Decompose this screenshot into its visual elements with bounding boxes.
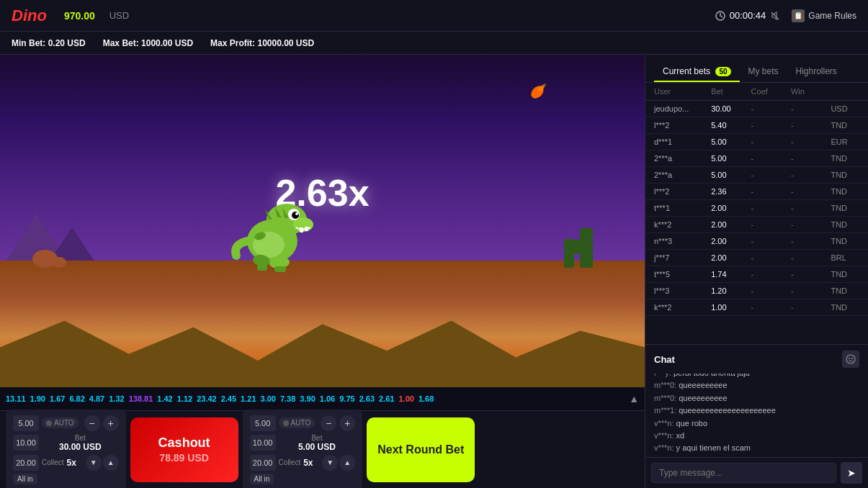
history-item[interactable]: 138.81 — [129, 394, 153, 403]
collect-down-right[interactable]: ▼ — [322, 455, 338, 471]
history-item[interactable]: 1.42 — [157, 394, 172, 403]
tab-my-bets[interactable]: My bets — [740, 62, 787, 82]
table-row: l***2 2.36 - - TND — [645, 184, 868, 200]
bet-coef: - — [751, 171, 791, 179]
bet-amount-10-right[interactable]: 10.00 — [250, 435, 276, 451]
bet-currency: EUR — [831, 137, 859, 146]
cashout-button[interactable]: Cashout 78.89 USD — [130, 417, 238, 482]
history-item[interactable]: 2.63 — [359, 394, 375, 403]
balance-display: 970.00 — [64, 10, 95, 22]
bet-amount-5-left[interactable]: 5.00 — [13, 415, 39, 431]
col-coef: Coef — [751, 87, 791, 96]
table-row: 2***a 5.00 - - TND — [645, 167, 868, 184]
col-bet: Bet — [711, 87, 751, 96]
bet-amount-5-right[interactable]: 5.00 — [250, 415, 276, 431]
min-bet-label: Min Bet: — [12, 38, 45, 48]
game-canvas: 2.63x — [0, 55, 645, 387]
next-round-bet-button[interactable]: Next Round Bet — [367, 417, 475, 482]
bet-currency: TND — [831, 220, 859, 229]
history-item[interactable]: 1.32 — [109, 394, 124, 403]
chat-user: v***n: — [654, 419, 674, 428]
history-item[interactable]: 6.82 — [69, 394, 84, 403]
history-item[interactable]: 4.87 — [89, 394, 104, 403]
history-item[interactable]: 2.61 — [379, 394, 394, 403]
bet-increase-left[interactable]: + — [103, 415, 119, 431]
history-item[interactable]: 9.75 — [339, 394, 354, 403]
bet-coef: - — [751, 270, 791, 279]
bet-controls: 5.00 AUTO − + 10.00 Bet 30.00 USD — [0, 410, 645, 488]
chat-icon — [842, 351, 859, 368]
bet-win: - — [791, 270, 831, 279]
history-item[interactable]: 3.90 — [300, 394, 315, 403]
history-item[interactable]: 7.38 — [280, 394, 295, 403]
collect-up-left[interactable]: ▲ — [103, 455, 119, 471]
table-row: d***1 5.00 - - EUR — [645, 134, 868, 150]
bet-label-right: Bet — [311, 434, 322, 442]
bet-user: j***7 — [654, 253, 711, 262]
bet-coef: - — [751, 204, 791, 212]
allin-btn-left[interactable]: All in — [13, 474, 37, 484]
history-item[interactable]: 23.42 — [197, 394, 217, 403]
history-item[interactable]: 1.00 — [398, 394, 413, 403]
history-item[interactable]: 13.11 — [6, 394, 26, 403]
bet-coef: - — [751, 220, 791, 229]
history-item[interactable]: 1.06 — [320, 394, 335, 403]
history-item[interactable]: 1.67 — [50, 394, 65, 403]
history-item[interactable]: 1.12 — [177, 394, 192, 403]
chat-user: l***y: — [654, 374, 671, 377]
collect-up-right[interactable]: ▲ — [339, 455, 355, 471]
bet-amount: 2.36 — [711, 187, 751, 196]
auto-dot-left — [46, 420, 52, 426]
currency-display: USD — [109, 10, 129, 21]
chat-send-button[interactable]: ➤ — [841, 462, 862, 484]
game-rules-button[interactable]: 📋 Game Rules — [792, 9, 856, 22]
history-item[interactable]: 3.00 — [261, 394, 276, 403]
bet-coef: - — [751, 286, 791, 295]
history-bar: 13.111.901.676.824.871.32138.811.421.122… — [0, 387, 645, 410]
bet-coef: - — [751, 154, 791, 163]
collect-down-left[interactable]: ▼ — [86, 455, 102, 471]
cashout-label: Cashout — [158, 435, 210, 451]
bet-amount-20-left[interactable]: 20.00 — [13, 455, 39, 471]
next-round-label: Next Round Bet — [377, 443, 464, 456]
chat-message: m***0: queeeeeeeee — [654, 380, 859, 391]
chat-header: Chat — [645, 345, 868, 374]
bet-decrease-left[interactable]: − — [84, 415, 100, 431]
history-item[interactable]: 2.45 — [221, 394, 236, 403]
table-row: k***2 2.00 - - TND — [645, 217, 868, 233]
bet-win: - — [791, 187, 831, 196]
history-item[interactable]: 1.90 — [30, 394, 45, 403]
bet-win: - — [791, 154, 831, 163]
bet-increase-right[interactable]: + — [339, 415, 355, 431]
bet-amount-10-left[interactable]: 10.00 — [13, 435, 39, 451]
rock-2 — [52, 257, 66, 268]
auto-toggle-left[interactable]: AUTO — [42, 417, 79, 428]
chat-input[interactable] — [651, 463, 836, 483]
tab-highrollers[interactable]: Highrollers — [787, 62, 846, 82]
bet-coef: - — [751, 253, 791, 262]
bet-decrease-right[interactable]: − — [321, 415, 336, 431]
dino-character — [225, 187, 319, 281]
allin-btn-right[interactable]: All in — [250, 474, 274, 484]
collect-label-left: Collect — [42, 458, 64, 466]
mute-icon[interactable] — [770, 11, 780, 21]
auto-dot-right — [283, 420, 289, 426]
collect-adjust-right: ▼ ▲ — [322, 455, 355, 471]
bet-currency: TND — [831, 154, 859, 163]
bet-currency: TND — [831, 270, 859, 279]
svg-point-24 — [846, 355, 855, 363]
bet-amount: 1.20 — [711, 286, 751, 295]
svg-point-12 — [295, 212, 298, 215]
auto-toggle-right[interactable]: AUTO — [279, 417, 316, 428]
table-row: l***2 5.40 - - TND — [645, 117, 868, 134]
tab-current-bets-label: Current bets — [663, 66, 710, 76]
bet-amount-20-right[interactable]: 20.00 — [250, 455, 276, 471]
history-item[interactable]: 1.21 — [241, 394, 256, 403]
cactus-2 — [564, 239, 574, 268]
max-profit-label: Max Profit: — [210, 38, 255, 48]
tab-current-bets[interactable]: Current bets 50 — [654, 62, 740, 82]
table-row: j***7 2.00 - - BRL — [645, 250, 868, 266]
history-item[interactable]: 1.68 — [419, 394, 434, 403]
svg-rect-21 — [257, 265, 267, 271]
history-expand-arrow[interactable]: ▲ — [629, 393, 639, 405]
